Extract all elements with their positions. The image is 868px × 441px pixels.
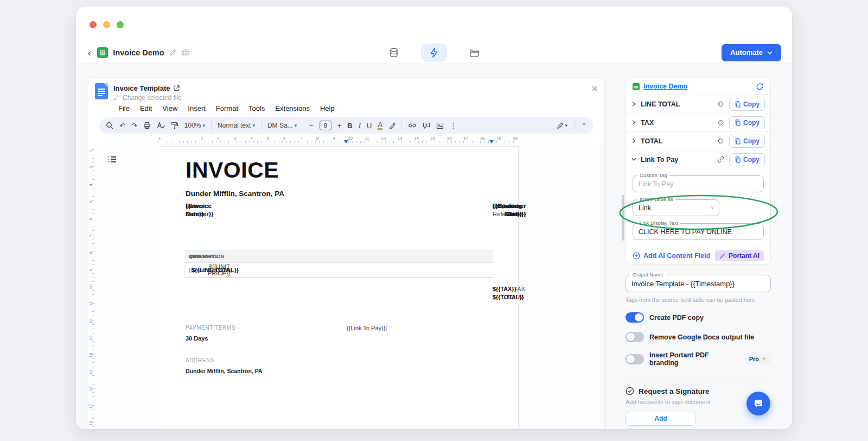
bold-icon[interactable]: B (347, 122, 352, 130)
source-data-tab[interactable] (381, 43, 407, 62)
ruler-number: 8 (309, 136, 326, 141)
payment-terms-label: PAYMENT TERMS (186, 325, 235, 331)
insert-link-icon[interactable] (408, 122, 417, 129)
output-files-tab[interactable] (461, 43, 487, 62)
automate-button[interactable]: Automate (722, 44, 781, 61)
menu-item[interactable]: Extensions (275, 104, 310, 112)
refresh-icon[interactable] (756, 83, 764, 91)
field-rows: LINE TOTAL Copy TAX (626, 94, 770, 150)
tag-icon[interactable] (717, 100, 725, 108)
link-icon[interactable] (717, 155, 725, 163)
insert-value-as-input[interactable] (639, 204, 713, 212)
menu-item[interactable]: File (118, 104, 130, 112)
create-pdf-toggle[interactable] (626, 312, 644, 323)
editing-mode-select[interactable]: ▾ (557, 122, 568, 129)
zoom-select[interactable]: 100% ▾ (184, 122, 205, 129)
print-icon[interactable] (143, 122, 151, 129)
tag-icon[interactable] (717, 118, 725, 127)
ruler-number: 11 (359, 136, 375, 141)
horizontal-ruler[interactable]: 1 1234567891011121314151617181920 (87, 136, 605, 144)
back-button[interactable]: ‹ (87, 47, 92, 58)
close-icon[interactable]: × (591, 83, 598, 94)
field-row[interactable]: LINE TOTAL Copy (626, 94, 770, 113)
add-ai-content-field-button[interactable]: Add AI Content Field (643, 252, 710, 260)
field-row[interactable]: TOTAL Copy (626, 131, 770, 150)
decrease-font-size-icon[interactable]: − (309, 122, 314, 130)
tag-icon[interactable] (717, 137, 725, 145)
window-controls (90, 21, 124, 28)
chat-widget-button[interactable] (746, 392, 770, 415)
sparkle-icon (761, 356, 767, 362)
menu-item[interactable]: Insert (188, 104, 206, 112)
insert-image-icon[interactable] (436, 122, 444, 129)
text-color-icon[interactable]: A (378, 121, 382, 130)
more-tools-icon[interactable]: ⋮ (450, 122, 457, 130)
rename-icon[interactable] (169, 49, 176, 56)
copy-button[interactable]: Copy (729, 135, 765, 148)
spellcheck-icon[interactable] (157, 122, 165, 129)
ruler-number: 15 (425, 136, 441, 141)
source-link[interactable]: Invoice Demo (643, 83, 687, 90)
ruler-number: 9 (326, 136, 342, 141)
ruler-number: 9 (87, 261, 94, 278)
redo-icon[interactable]: ↷ (131, 122, 137, 130)
close-window-icon[interactable] (90, 21, 97, 28)
underline-icon[interactable]: U (367, 122, 372, 130)
folder-icon (469, 48, 480, 58)
output-helper-text: Tags from the source field table can be … (626, 297, 771, 303)
portant-ai-badge[interactable]: Portant AI (715, 250, 764, 261)
minimize-window-icon[interactable] (103, 21, 110, 28)
copy-button[interactable]: Copy (729, 153, 765, 166)
paint-format-icon[interactable] (171, 122, 178, 129)
workflow-builder-tab[interactable] (421, 43, 447, 62)
workflow-sidebar: Invoice Demo LINE TOTAL Copy (626, 78, 771, 429)
font-size-input[interactable]: 9 (320, 121, 331, 130)
paragraph-style-select[interactable]: Normal text ▾ (218, 122, 255, 129)
search-icon[interactable] (106, 122, 113, 129)
link-to-pay-row[interactable]: Link To Pay Copy (626, 150, 770, 168)
vertical-ruler[interactable]: 23456789101112131415161718 (87, 142, 95, 429)
menu-item[interactable]: Help (320, 104, 335, 112)
ruler-number: 13 (392, 136, 408, 141)
undo-icon[interactable]: ↶ (119, 122, 125, 130)
insert-value-as-select[interactable]: Insert value as ˅ (633, 199, 719, 216)
open-external-icon[interactable] (174, 85, 180, 91)
version-history-icon[interactable] (181, 49, 189, 56)
copy-button[interactable]: Copy (729, 116, 765, 129)
document-outline-icon[interactable] (108, 156, 117, 163)
collapse-toolbar-icon[interactable]: ⌃ (581, 122, 587, 130)
wand-icon (719, 253, 726, 259)
increase-font-size-icon[interactable]: + (337, 122, 342, 130)
menu-item[interactable]: Format (216, 104, 238, 112)
ruler-number: 14 (87, 346, 94, 363)
ruler-number: 7 (292, 136, 309, 141)
link-display-text-input[interactable] (639, 228, 758, 236)
menu-item[interactable]: Edit (140, 104, 152, 112)
document-page[interactable]: INVOICE Dunder Mifflin, Scantron, PA Dat… (158, 146, 519, 429)
scrollbar-thumb[interactable] (622, 195, 624, 241)
remove-gdocs-toggle[interactable] (626, 332, 644, 342)
italic-icon[interactable]: I (359, 121, 361, 130)
font-family-select[interactable]: DM Sa... ▾ (267, 122, 297, 129)
pencil-icon (113, 95, 119, 101)
change-selected-file[interactable]: Change selected file (113, 94, 182, 102)
remove-gdocs-toggle-row: Remove Google Docs output file (626, 332, 771, 342)
custom-tag-input[interactable] (639, 180, 758, 188)
custom-tag-label: Custom Tag (637, 172, 669, 178)
add-comment-icon[interactable] (423, 122, 430, 129)
zoom-window-icon[interactable] (117, 21, 124, 28)
ruler-number: 10 (87, 278, 94, 295)
field-row[interactable]: TAX Copy (626, 113, 770, 131)
output-name-input[interactable] (631, 280, 765, 288)
chevron-right-icon (631, 120, 636, 125)
ruler-number: 5 (87, 193, 94, 210)
link-display-text-fieldset: Link Display Text (633, 223, 764, 240)
address-label: ADDRESS (186, 357, 214, 363)
add-signature-button[interactable]: Add (626, 412, 696, 426)
highlight-color-icon[interactable] (388, 122, 395, 129)
branding-toggle[interactable] (626, 354, 644, 364)
plus-circle-icon[interactable] (633, 252, 640, 260)
menu-item[interactable]: View (162, 104, 177, 112)
copy-button[interactable]: Copy (729, 98, 765, 111)
menu-item[interactable]: Tools (248, 104, 265, 112)
